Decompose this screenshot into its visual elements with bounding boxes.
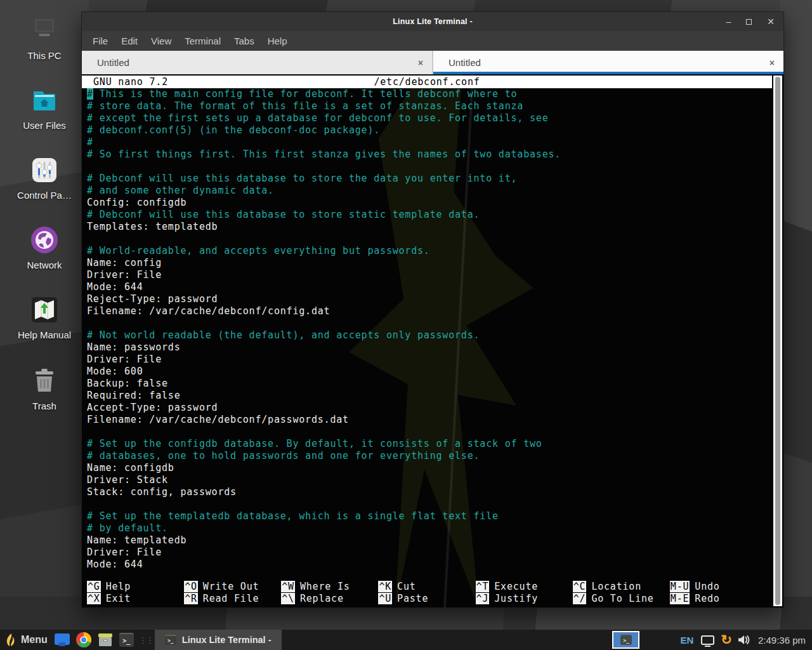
desktop-icon-label: This PC [8,50,81,61]
nano-shortcut-label: Justify [494,593,538,604]
nano-shortcut-group: ^OWrite Out^RRead File [184,581,281,605]
nano-shortcut: ^JJustify [476,593,573,605]
maximize-button[interactable] [746,19,752,25]
nano-shortcut: ^GHelp [87,581,184,593]
nano-shortcut: ^CLocation [573,581,670,593]
file-manager-icon [55,633,70,646]
desktop-icon-help-manual[interactable]: Help Manual [8,295,81,340]
volume-control[interactable] [738,635,750,645]
minimize-button[interactable]: – [726,17,731,26]
terminal-line: Name: configdb [87,462,767,474]
close-button[interactable]: ✕ [767,17,775,26]
tab-untitled-2[interactable]: Untitled × [433,51,783,74]
nano-shortcut-label: Help [106,581,131,592]
tab-bar: Untitled × Untitled × [82,51,783,74]
desktop-icon-label: Help Manual [8,329,81,340]
desktop-icon-control-panel[interactable]: Control Pa… [8,155,81,201]
wallpaper-facet [780,0,812,650]
tray-terminal-indicator[interactable]: >_ [611,630,641,650]
launcher-chrome[interactable] [76,632,91,647]
nano-shortcut-key: ^W [281,581,295,592]
desktop-icon-trash[interactable]: Trash [8,366,81,411]
linux-lite-logo-icon [5,633,16,647]
window-controls: – ✕ [726,12,775,31]
nano-shortcut-key: ^X [87,593,101,604]
nano-shortcut-bar: ^GHelp^XExit^OWrite Out^RRead File^WWher… [87,581,767,605]
nano-shortcut-label: Where Is [300,581,350,592]
nano-shortcut-group: ^KCut^UPaste [378,581,475,605]
nano-shortcut: ^WWhere Is [281,581,378,593]
taskbar-window-label: Linux Lite Terminal - [182,635,272,645]
desktop-icon-label: User Files [8,120,81,131]
desktop-icon-network[interactable]: Network [8,225,81,270]
desktop-icon-label: Control Pa… [8,190,81,201]
menu-tabs[interactable]: Tabs [234,36,254,46]
terminal-icon: >_ [620,635,632,645]
start-menu-label: Menu [21,634,48,646]
network-globe-icon [29,225,60,255]
scrollbar-thumb[interactable] [775,77,780,605]
terminal-window: Linux Lite Terminal - – ✕ File Edit View… [81,11,784,608]
menu-view[interactable]: View [151,36,171,46]
terminal-line: Name: templatedb [87,534,767,547]
desktop-icon-this-pc[interactable]: This PC [8,15,81,61]
nano-shortcut-key: ^K [378,581,392,592]
terminal-line: # and some other dynamic data. [87,185,767,197]
nano-shortcut: ^TExecute [476,581,573,593]
nano-shortcut-label: Location [591,581,641,592]
nano-shortcut-label: Paste [397,593,428,604]
launcher-terminal[interactable]: >_ [119,633,134,647]
terminal-line: Driver: File [87,269,767,281]
nano-shortcut: ^RRead File [184,593,281,605]
nano-shortcut-label: Cut [397,581,416,592]
nano-shortcut-group: ^TExecute^JJustify [476,581,573,605]
terminal-viewport[interactable]: GNU nano 7.2 /etc/debconf.conf # This is… [82,74,783,607]
window-titlebar[interactable]: Linux Lite Terminal - – ✕ [82,12,783,31]
terminal-line: Config: configdb [87,197,767,209]
nano-shortcut-key: ^O [184,581,198,592]
taskbar-window-button[interactable]: >_ Linux Lite Terminal - [155,630,282,650]
folder-home-icon [29,85,60,116]
trash-icon [29,366,60,396]
help-manual-icon [29,295,60,325]
launcher-file-manager[interactable] [55,633,70,646]
nano-shortcut-key: ^T [476,581,490,592]
terminal-line: # World-readable, and accepts everything… [87,245,767,257]
nano-shortcut-label: Redo [695,593,719,604]
nano-shortcut-label: Replace [300,593,344,604]
taskbar-separator: ⋮⋮ [139,635,153,645]
launcher-archive[interactable] [98,633,113,647]
nano-titlebar: GNU nano 7.2 /etc/debconf.conf [82,76,772,88]
terminal-line: # Not world readable (the default), and … [87,329,767,342]
tab-close-icon[interactable]: × [769,58,775,68]
menu-edit[interactable]: Edit [121,36,138,46]
nano-shortcut-key: ^J [476,593,490,604]
nano-shortcut-key: ^C [573,581,587,592]
start-menu-button[interactable]: Menu [0,630,51,650]
terminal-line: # [87,136,767,149]
tab-untitled-1[interactable]: Untitled × [82,51,432,74]
nano-shortcut-label: Read File [203,593,259,604]
language-indicator[interactable]: EN [680,635,693,646]
nano-shortcut-group: ^WWhere Is^\Replace [281,581,378,605]
control-panel-icon [29,155,60,185]
display-tray-icon[interactable] [701,635,714,645]
nano-shortcut: M-ERedo [670,593,767,605]
nano-shortcut-label: Write Out [203,581,259,592]
nano-filename: /etc/debconf.conf [82,76,772,88]
clock[interactable]: 2:49:36 pm [758,635,806,646]
scrollbar[interactable] [773,76,782,606]
tab-label: Untitled [97,57,129,68]
terminal-line: # This is the main config file for debco… [87,88,767,100]
menu-terminal[interactable]: Terminal [185,36,221,46]
menu-file[interactable]: File [93,36,108,46]
menu-help[interactable]: Help [268,36,287,46]
terminal-line: Required: false [87,390,767,402]
update-manager-icon[interactable]: ↻ [721,633,732,646]
terminal-line: Driver: File [87,354,767,366]
desktop-icon-label: Network [8,260,81,270]
nano-shortcut-key: M-E [670,593,690,604]
tab-close-icon[interactable]: × [418,58,423,68]
terminal-line: Accept-Type: password [87,402,767,414]
desktop-icon-user-files[interactable]: User Files [8,85,81,131]
